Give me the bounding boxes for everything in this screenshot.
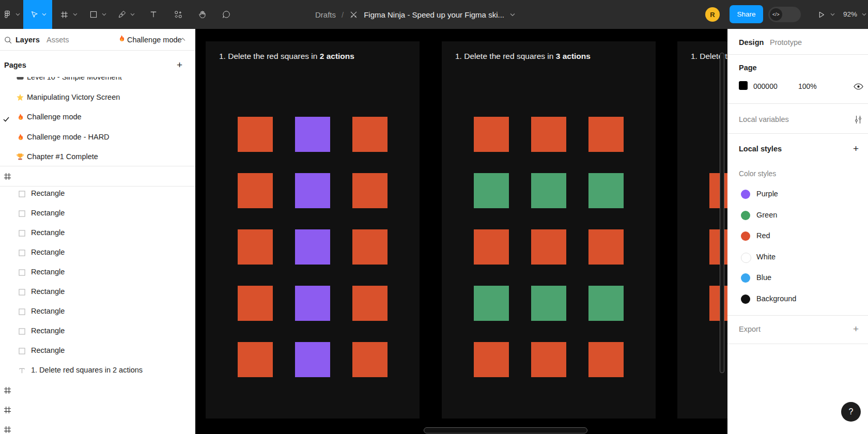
canvas-square-purple[interactable] (295, 117, 330, 152)
canvas-square-red[interactable] (352, 117, 388, 152)
avatar[interactable]: R (705, 7, 720, 22)
comment-tool[interactable] (219, 0, 234, 29)
canvas-square-green[interactable] (588, 173, 624, 208)
canvas-square-purple[interactable] (295, 229, 330, 265)
layer-row-rect[interactable]: Rectangle (0, 223, 195, 243)
layer-row-text[interactable]: 1. Delete red squares in 2 actions (0, 361, 195, 380)
layer-row-rect[interactable]: Rectangle (0, 243, 195, 262)
frame-title[interactable]: 1. Delete the red squares in 2 actions (219, 52, 354, 61)
canvas-square-red[interactable] (474, 117, 509, 152)
breadcrumb-folder[interactable]: Drafts (315, 10, 336, 19)
canvas-square-red[interactable] (352, 342, 388, 377)
layer-row-rect[interactable]: Rectangle (0, 204, 195, 223)
page-item-challenge-mode[interactable]: Challenge mode (0, 107, 195, 127)
page-color-swatch[interactable] (739, 81, 748, 90)
dev-mode-toggle[interactable]: </> (768, 7, 801, 22)
page-item-challenge-mode-hard[interactable]: Challenge mode - HARD (0, 128, 195, 147)
canvas-square-red[interactable] (352, 286, 388, 321)
move-tool[interactable] (23, 0, 52, 29)
tab-prototype[interactable]: Prototype (770, 38, 802, 47)
canvas-square-green[interactable] (531, 173, 566, 208)
canvas-horizontal-scrollbar[interactable] (424, 427, 587, 433)
canvas-square-red[interactable] (238, 173, 273, 208)
layer-row-frame[interactable] (0, 420, 195, 434)
page-item-manipulating-victory-screen[interactable]: Manipulating Victory Screen (0, 88, 195, 107)
layer-row-rect[interactable]: Rectangle (0, 341, 195, 361)
share-button[interactable]: Share (730, 5, 763, 23)
zoom-options-button[interactable] (860, 0, 868, 29)
layer-row-rect[interactable]: Rectangle (0, 262, 195, 282)
chevron-down-icon[interactable] (510, 13, 515, 17)
present-button[interactable] (812, 0, 830, 29)
actions-tool[interactable] (171, 0, 185, 29)
canvas-square-red[interactable] (352, 229, 388, 265)
color-style-blue[interactable]: Blue (727, 268, 868, 288)
variables-icon[interactable] (855, 115, 862, 124)
local-variables-label[interactable]: Local variables (739, 115, 789, 123)
canvas-square-red[interactable] (238, 117, 273, 152)
present-options-button[interactable] (828, 0, 836, 29)
layer-row-rect[interactable]: Rectangle (0, 282, 195, 302)
canvas-square-red[interactable] (531, 342, 566, 377)
frame-title[interactable]: 1. Delete the red squares in 3 actions (455, 52, 591, 61)
canvas-square-purple[interactable] (295, 286, 330, 321)
layer-row-rect[interactable]: Rectangle (0, 184, 195, 204)
main-menu-button[interactable] (1, 0, 22, 29)
page-item-level-10-simple-movement[interactable]: Level 10 - Simple Movement (0, 77, 195, 87)
eye-icon[interactable] (854, 83, 863, 90)
color-style-background[interactable]: Background (727, 289, 868, 309)
layer-row-frame[interactable] (0, 166, 195, 186)
canvas-frame-2[interactable]: 1. Delete the red squares in 3 actions (442, 41, 656, 419)
canvas-square-red[interactable] (238, 286, 273, 321)
current-page-selector[interactable]: Challenge mode (127, 36, 182, 44)
tab-assets[interactable]: Assets (47, 36, 69, 44)
shape-tool[interactable] (85, 0, 110, 29)
layer-row-frame[interactable] (0, 380, 195, 400)
canvas-square-green[interactable] (531, 286, 566, 321)
canvas-square-red[interactable] (352, 173, 388, 208)
add-style-button[interactable]: + (853, 144, 859, 153)
add-page-button[interactable]: + (177, 60, 182, 70)
tab-layers[interactable]: Layers (16, 36, 40, 44)
layer-row-frame[interactable] (0, 400, 195, 420)
help-button[interactable]: ? (841, 402, 861, 422)
canvas-square-green[interactable] (474, 286, 509, 321)
layer-row-rect[interactable]: Rectangle (0, 302, 195, 321)
canvas-frame-1[interactable]: 1. Delete the red squares in 2 actions (206, 41, 420, 419)
text-tool[interactable] (146, 0, 161, 29)
chevron-up-icon[interactable] (180, 38, 185, 41)
add-export-button[interactable]: + (853, 324, 859, 334)
search-icon[interactable] (4, 36, 12, 44)
zoom-level[interactable]: 92% (843, 10, 857, 18)
layer-row-frame[interactable] (0, 166, 195, 186)
canvas-square-green[interactable] (588, 286, 624, 321)
canvas-square-purple[interactable] (295, 173, 330, 208)
canvas-square-red[interactable] (474, 342, 509, 377)
canvas-square-red[interactable] (588, 229, 624, 265)
canvas-vertical-scrollbar[interactable] (720, 53, 724, 373)
canvas-square-red[interactable] (588, 117, 624, 152)
canvas-square-purple[interactable] (295, 342, 330, 377)
canvas-square-green[interactable] (474, 173, 509, 208)
color-swatch (741, 190, 750, 199)
page-color-hex[interactable]: 000000 (753, 82, 778, 90)
layer-row-rect[interactable]: Rectangle (0, 321, 195, 341)
frame-tool[interactable] (56, 0, 81, 29)
canvas-square-red[interactable] (531, 229, 566, 265)
pen-tool[interactable] (114, 0, 138, 29)
page-color-opacity[interactable]: 100% (798, 82, 817, 90)
canvas-square-red[interactable] (531, 117, 566, 152)
export-label[interactable]: Export (739, 325, 761, 333)
canvas-square-red[interactable] (238, 229, 273, 265)
color-style-red[interactable]: Red (727, 226, 868, 246)
page-item-chapter-1-complete[interactable]: Chapter #1 Complete (0, 147, 195, 166)
color-style-purple[interactable]: Purple (727, 184, 868, 205)
hand-tool[interactable] (195, 0, 210, 29)
document-title[interactable]: Figma Ninja - Speed up your Figma ski... (364, 10, 504, 19)
tab-design[interactable]: Design (739, 38, 764, 47)
canvas-square-red[interactable] (474, 229, 509, 265)
color-style-green[interactable]: Green (727, 205, 868, 226)
canvas-square-red[interactable] (588, 342, 624, 377)
canvas-square-red[interactable] (238, 342, 273, 377)
color-style-white[interactable]: White (727, 247, 868, 268)
